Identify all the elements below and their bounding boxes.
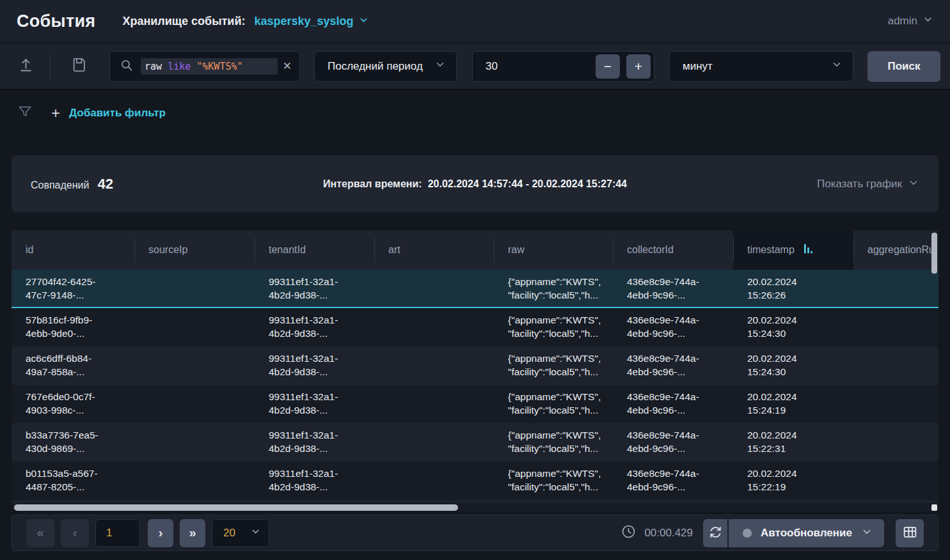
- column-header-raw[interactable]: raw: [494, 230, 613, 270]
- user-menu[interactable]: admin: [888, 14, 933, 28]
- autorefresh-label: Автообновление: [761, 527, 852, 540]
- table-row[interactable]: 57b816cf-9fb9- 4ebb-9de0-... 99311ef1-32…: [12, 308, 938, 346]
- cell-aggregationrule: [853, 462, 938, 500]
- cell-timestamp: 20.02.2024 15:22:31: [733, 423, 853, 462]
- query-searchbox[interactable]: raw like "%KWTS%" ✕: [109, 51, 300, 82]
- cell-raw: {"appname":"KWTS", "facility":"local5","…: [494, 423, 613, 462]
- cell-raw: {"appname":"KWTS", "facility":"local5","…: [494, 385, 613, 423]
- cell-timestamp: 20.02.2024 15:24:19: [733, 385, 853, 423]
- horizontal-scrollbar-corner: [931, 504, 937, 511]
- cell-sourceip: [134, 423, 255, 462]
- period-value-input[interactable]: 30: [486, 60, 589, 73]
- cell-art: [374, 308, 494, 346]
- cell-tenantid: 99311ef1-32a1- 4b2d-9d38-...: [255, 385, 374, 423]
- cell-raw: {"appname":"KWTS", "facility":"local5","…: [494, 308, 613, 346]
- cell-collectorid: 436e8c9e-744a- 4ebd-9c96-...: [613, 462, 733, 500]
- cell-sourceip: [134, 346, 255, 385]
- query-value: "%KWTS%": [196, 61, 242, 72]
- storage-label: Хранилище событий:: [122, 15, 245, 28]
- matches-label: Совпадений: [31, 180, 89, 191]
- cell-collectorid: 436e8c9e-744a- 4ebd-9c96-...: [613, 346, 733, 385]
- cell-id: ac6c6dff-6b84- 49a7-858a-...: [12, 346, 134, 385]
- cell-tenantid: 99311ef1-32a1- 4b2d-9d38-...: [255, 423, 374, 462]
- add-filter-label: Добавить фильтр: [69, 107, 166, 120]
- export-button[interactable]: [13, 54, 38, 79]
- cell-art: [374, 270, 494, 307]
- save-icon: [70, 56, 88, 76]
- cell-id: 27704f42-6425- 47c7-9148-...: [12, 270, 134, 307]
- autorefresh-toggle[interactable]: Автообновление: [729, 519, 884, 547]
- add-filter-button[interactable]: + Добавить фильтр: [51, 104, 166, 122]
- search-button[interactable]: Поиск: [867, 51, 940, 82]
- upload-icon: [17, 56, 35, 76]
- period-value-stepper[interactable]: 30 − +: [472, 51, 654, 82]
- table-row[interactable]: 27704f42-6425- 47c7-9148-... 99311ef1-32…: [12, 270, 938, 308]
- cell-sourceip: [134, 308, 255, 346]
- interval-label: Интервал времени:: [323, 178, 422, 190]
- last-page-button[interactable]: »: [180, 519, 205, 547]
- cell-raw: {"appname":"KWTS", "facility":"local5","…: [494, 270, 613, 307]
- chevron-down-icon: [908, 177, 919, 191]
- table-row[interactable]: b01153a5-a567- 4487-8205-... 99311ef1-32…: [12, 462, 938, 500]
- events-page: События Хранилище событий: kaspersky_sys…: [0, 0, 950, 560]
- column-header-timestamp[interactable]: timestamp: [733, 230, 853, 270]
- sort-descending-icon: [802, 242, 815, 258]
- first-page-button[interactable]: «: [26, 519, 54, 547]
- page-number-input[interactable]: 1: [95, 519, 140, 547]
- next-page-button[interactable]: ›: [148, 519, 173, 547]
- table-row[interactable]: 767e6de0-0c7f- 4903-998c-... 99311ef1-32…: [12, 385, 938, 423]
- table-row[interactable]: ac6c6dff-6b84- 49a7-858a-... 99311ef1-32…: [12, 346, 938, 385]
- period-select-value: Последний период: [328, 60, 423, 73]
- decrement-button[interactable]: −: [596, 54, 620, 79]
- cell-aggregationrule: [853, 308, 938, 346]
- period-select[interactable]: Последний период: [314, 51, 457, 82]
- chevron-down-icon: [861, 526, 873, 540]
- query-input[interactable]: raw like "%KWTS%": [141, 58, 278, 75]
- page-size-value: 20: [223, 527, 235, 540]
- funnel-icon[interactable]: [17, 104, 33, 123]
- query-operator: like: [168, 61, 191, 72]
- cell-art: [374, 385, 494, 423]
- cell-sourceip: [134, 385, 255, 423]
- cell-art: [374, 346, 494, 385]
- cell-tenantid: 99311ef1-32a1- 4b2d-9d38-...: [255, 462, 374, 500]
- show-chart-toggle[interactable]: Показать график: [817, 177, 919, 191]
- column-header-sourceip[interactable]: sourceIp: [134, 230, 255, 270]
- save-query-button[interactable]: [66, 54, 91, 79]
- table-row[interactable]: b33a7736-7ea5- 430d-9869-... 99311ef1-32…: [12, 423, 938, 462]
- cell-tenantid: 99311ef1-32a1- 4b2d-9d38-...: [255, 346, 374, 385]
- events-table: id sourceIp tenantId art raw collectorId…: [12, 230, 938, 512]
- query-field: raw: [145, 61, 162, 72]
- column-header-id[interactable]: id: [12, 230, 134, 270]
- cell-id: 767e6de0-0c7f- 4903-998c-...: [12, 385, 134, 423]
- cell-sourceip: [134, 462, 255, 500]
- grid-icon: [902, 524, 918, 542]
- matches-block: Совпадений 42: [31, 176, 113, 192]
- cell-art: [374, 462, 494, 500]
- refresh-button[interactable]: [703, 519, 727, 547]
- column-header-aggregationrule[interactable]: aggregationRu: [853, 230, 938, 270]
- column-header-collectorid[interactable]: collectorId: [613, 230, 733, 270]
- column-header-art[interactable]: art: [374, 230, 494, 270]
- cell-collectorid: 436e8c9e-744a- 4ebd-9c96-...: [613, 270, 733, 307]
- vertical-scrollbar-thumb[interactable]: [931, 233, 937, 274]
- column-header-tenantid[interactable]: tenantId: [255, 230, 374, 270]
- cell-aggregationrule: [853, 423, 938, 462]
- cell-timestamp: 20.02.2024 15:24:30: [733, 346, 853, 385]
- increment-button[interactable]: +: [626, 54, 651, 79]
- horizontal-scrollbar[interactable]: [12, 503, 938, 512]
- filter-row: + Добавить фильтр: [17, 104, 166, 123]
- horizontal-scrollbar-thumb[interactable]: [14, 504, 458, 511]
- cell-aggregationrule: [853, 270, 938, 307]
- vertical-scrollbar[interactable]: [931, 231, 937, 509]
- page-title: События: [17, 12, 95, 31]
- unit-select[interactable]: минут: [669, 51, 853, 82]
- storage-select[interactable]: kaspersky_syslog: [255, 15, 369, 28]
- page-size-select[interactable]: 20: [212, 519, 269, 547]
- unit-select-value: минут: [683, 60, 713, 73]
- column-settings-button[interactable]: [896, 519, 924, 547]
- clear-query-button[interactable]: ✕: [283, 59, 292, 73]
- prev-page-button[interactable]: ‹: [61, 519, 89, 547]
- elapsed-time-value: 00:00.429: [644, 527, 693, 540]
- plus-icon: +: [51, 104, 60, 122]
